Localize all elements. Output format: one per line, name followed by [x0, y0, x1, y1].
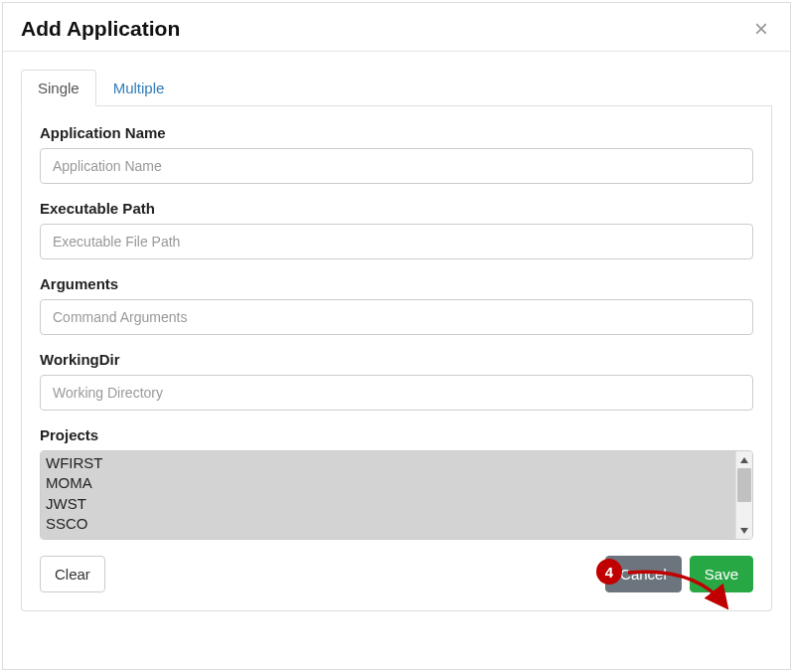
field-projects: Projects WFIRST MOMA JWST SSCO	[40, 426, 753, 540]
cancel-button[interactable]: Cancel	[605, 556, 682, 592]
field-working-dir: WorkingDir	[40, 351, 753, 411]
list-item[interactable]: JWST	[46, 494, 730, 514]
working-dir-label: WorkingDir	[40, 351, 753, 368]
tab-multiple[interactable]: Multiple	[96, 70, 182, 106]
executable-path-label: Executable Path	[40, 200, 753, 217]
list-item[interactable]: SSCO	[46, 514, 730, 534]
footer-right-buttons: Cancel Save	[605, 556, 753, 592]
list-item[interactable]: WFIRST	[46, 453, 730, 473]
arguments-input[interactable]	[40, 299, 753, 335]
list-item[interactable]: MOMA	[46, 473, 730, 493]
projects-label: Projects	[40, 426, 753, 443]
application-name-input[interactable]	[40, 148, 753, 184]
projects-scrollbar[interactable]	[735, 451, 752, 539]
application-name-label: Application Name	[40, 124, 753, 141]
working-dir-input[interactable]	[40, 375, 753, 411]
field-executable-path: Executable Path	[40, 200, 753, 259]
add-application-modal: Add Application × Single Multiple Applic…	[2, 2, 791, 670]
executable-path-input[interactable]	[40, 224, 753, 259]
tab-single[interactable]: Single	[21, 70, 96, 106]
form-footer: Clear Cancel Save	[40, 556, 753, 592]
field-application-name: Application Name	[40, 124, 753, 184]
save-button[interactable]: Save	[690, 556, 753, 592]
projects-listbox-wrap: WFIRST MOMA JWST SSCO	[40, 450, 753, 540]
modal-header: Add Application ×	[3, 3, 790, 52]
field-arguments: Arguments	[40, 275, 753, 335]
modal-body: Single Multiple Application Name Executa…	[3, 52, 790, 669]
clear-button[interactable]: Clear	[40, 556, 105, 592]
projects-listbox[interactable]: WFIRST MOMA JWST SSCO	[41, 451, 735, 539]
close-button[interactable]: ×	[750, 17, 772, 41]
chevron-up-icon[interactable]	[736, 451, 752, 468]
modal-title: Add Application	[21, 17, 180, 41]
arguments-label: Arguments	[40, 275, 753, 292]
tabs: Single Multiple	[21, 70, 772, 106]
chevron-down-icon[interactable]	[736, 522, 752, 539]
tab-content: Application Name Executable Path Argumen…	[21, 106, 772, 611]
scroll-thumb[interactable]	[737, 468, 751, 502]
close-icon: ×	[754, 15, 768, 42]
